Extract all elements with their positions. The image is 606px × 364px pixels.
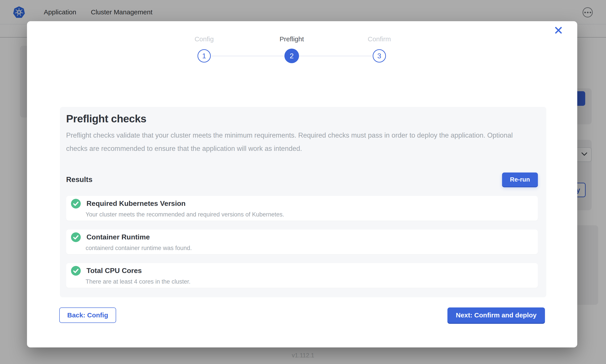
- preflight-modal: Config 1 Preflight 2 Confirm 3 Preflight…: [27, 21, 577, 347]
- step-circle-2[interactable]: 2: [284, 49, 299, 63]
- check-circle-icon: [71, 199, 81, 208]
- check-description: There are at least 4 cores in the cluste…: [86, 278, 538, 285]
- check-title: Total CPU Cores: [86, 267, 142, 275]
- check-description: containerd container runtime was found.: [86, 245, 538, 252]
- stepper-connector: [299, 56, 372, 56]
- stepper-connector: [211, 56, 284, 56]
- preflight-panel: Preflight checks Preflight checks valida…: [60, 107, 546, 297]
- check-circle-icon: [71, 232, 81, 242]
- next-confirm-deploy-button[interactable]: Next: Confirm and deploy: [447, 307, 545, 323]
- step-label: Preflight: [280, 35, 304, 43]
- rerun-button[interactable]: Re-run: [502, 172, 538, 187]
- check-results-list: Required Kubernetes Version Your cluster…: [66, 196, 538, 288]
- check-title: Required Kubernetes Version: [86, 199, 186, 208]
- back-config-button[interactable]: Back: Config: [59, 307, 116, 323]
- results-heading: Results: [66, 175, 93, 184]
- close-icon[interactable]: [554, 26, 563, 35]
- wizard-stepper: Config 1 Preflight 2 Confirm 3: [160, 35, 423, 63]
- check-circle-icon: [71, 266, 81, 276]
- page-title: Preflight checks: [66, 113, 538, 125]
- check-result-row: Total CPU Cores There are at least 4 cor…: [66, 263, 538, 288]
- step-confirm: Confirm 3: [335, 35, 423, 63]
- step-config: Config 1: [160, 35, 248, 63]
- step-circle-1[interactable]: 1: [197, 49, 211, 63]
- check-description: Your cluster meets the recommended and r…: [86, 211, 538, 218]
- step-circle-3[interactable]: 3: [373, 49, 386, 63]
- step-preflight: Preflight 2: [248, 35, 335, 63]
- check-result-row: Container Runtime containerd container r…: [66, 230, 538, 254]
- check-title: Container Runtime: [86, 233, 150, 241]
- preflight-description: Preflight checks validate that your clus…: [66, 129, 527, 155]
- step-label: Config: [195, 35, 214, 43]
- step-label: Confirm: [368, 35, 391, 43]
- check-result-row: Required Kubernetes Version Your cluster…: [66, 196, 538, 221]
- results-header-row: Results Re-run: [66, 172, 538, 187]
